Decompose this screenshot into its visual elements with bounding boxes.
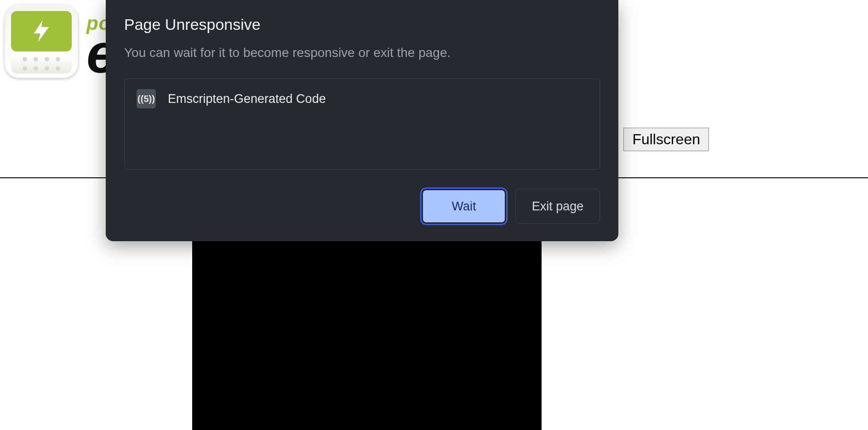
lightning-icon bbox=[11, 11, 72, 51]
exit-page-button[interactable]: Exit page bbox=[515, 189, 600, 224]
keyboard-icon bbox=[11, 54, 72, 74]
broadcast-icon: ((5)) bbox=[137, 89, 156, 108]
unresponsive-tab-title: Emscripten-Generated Code bbox=[168, 92, 326, 106]
fullscreen-button[interactable]: Fullscreen bbox=[623, 128, 709, 151]
dialog-description: You can wait for it to become responsive… bbox=[124, 45, 600, 60]
wait-button[interactable]: Wait bbox=[422, 189, 506, 224]
page-unresponsive-dialog: Page Unresponsive You can wait for it to… bbox=[106, 0, 618, 241]
emscripten-app-icon bbox=[5, 5, 78, 78]
dialog-title: Page Unresponsive bbox=[124, 16, 600, 34]
unresponsive-tabs-list: ((5)) Emscripten-Generated Code bbox=[124, 79, 600, 170]
unresponsive-tab-item: ((5)) Emscripten-Generated Code bbox=[137, 89, 588, 108]
page-root: po e Fullscreen Page Unresponsive You ca… bbox=[0, 0, 868, 430]
dialog-actions: Wait Exit page bbox=[124, 189, 600, 224]
logo-block: po e bbox=[5, 5, 115, 78]
favicon-glyph: ((5)) bbox=[137, 94, 155, 104]
